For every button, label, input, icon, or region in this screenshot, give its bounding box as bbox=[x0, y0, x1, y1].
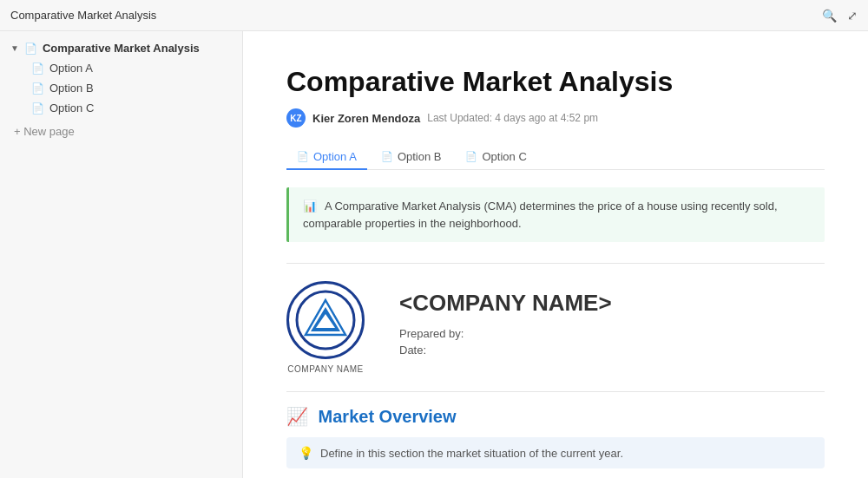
top-bar-actions: 🔍 ⤢ bbox=[822, 9, 858, 23]
logo-svg bbox=[295, 290, 356, 350]
company-section: COMPANY NAME <COMPANY NAME> Prepared by:… bbox=[286, 281, 825, 374]
info-text: A Comparative Market Analysis (CMA) dete… bbox=[303, 200, 778, 230]
sidebar-root-label: Comparative Market Analysis bbox=[43, 42, 200, 55]
company-logo bbox=[286, 281, 365, 359]
company-info: <COMPANY NAME> Prepared by: Date: bbox=[399, 281, 825, 357]
bulb-icon: 💡 bbox=[299, 446, 313, 460]
market-overview-title: 📈 Market Overview bbox=[286, 406, 825, 427]
tab-label-c: Option C bbox=[482, 150, 526, 163]
hint-text: Define in this section the market situat… bbox=[320, 447, 623, 460]
meta-row: KZ Kier Zoren Mendoza Last Updated: 4 da… bbox=[286, 108, 825, 128]
date-field: Date: bbox=[399, 344, 825, 357]
tab-page-icon-b: 📄 bbox=[381, 151, 393, 162]
last-updated: Last Updated: 4 days ago at 4:52 pm bbox=[427, 112, 598, 124]
main-layout: ▼ 📄 Comparative Market Analysis 📄 Option… bbox=[0, 31, 868, 478]
page-title: Comparative Market Analysis bbox=[286, 66, 825, 98]
search-icon[interactable]: 🔍 bbox=[822, 9, 837, 23]
tab-label-b: Option B bbox=[398, 150, 442, 163]
divider-2 bbox=[286, 391, 825, 392]
company-logo-label: COMPANY NAME bbox=[287, 364, 363, 374]
top-bar-title: Comparative Market Analysis bbox=[10, 9, 156, 22]
market-icon: 📈 bbox=[286, 407, 308, 426]
new-page-label: + New page bbox=[14, 125, 75, 138]
expand-icon[interactable]: ⤢ bbox=[847, 9, 858, 23]
tab-option-c[interactable]: 📄 Option C bbox=[455, 145, 536, 170]
sidebar-root-item[interactable]: ▼ 📄 Comparative Market Analysis bbox=[0, 38, 242, 58]
author-name: Kier Zoren Mendoza bbox=[312, 112, 420, 125]
page-icon-a: 📄 bbox=[31, 62, 44, 75]
tab-option-a[interactable]: 📄 Option A bbox=[286, 145, 367, 170]
sidebar-item-option-b[interactable]: 📄 Option B bbox=[0, 78, 242, 98]
tab-page-icon-c: 📄 bbox=[465, 151, 477, 162]
sidebar-item-option-c[interactable]: 📄 Option C bbox=[0, 98, 242, 118]
company-name-title: <COMPANY NAME> bbox=[399, 290, 825, 317]
tab-option-b[interactable]: 📄 Option B bbox=[371, 145, 452, 170]
sidebar-item-option-a[interactable]: 📄 Option A bbox=[0, 58, 242, 78]
info-box: 📊 A Comparative Market Analysis (CMA) de… bbox=[286, 187, 825, 242]
hint-box: 💡 Define in this section the market situ… bbox=[286, 437, 825, 468]
avatar: KZ bbox=[286, 108, 306, 128]
prepared-by: Prepared by: bbox=[399, 327, 825, 340]
sidebar-item-label: Option A bbox=[49, 62, 93, 75]
page-icon-b: 📄 bbox=[31, 82, 44, 95]
content-area: Comparative Market Analysis KZ Kier Zore… bbox=[243, 31, 868, 478]
sidebar-item-label: Option B bbox=[49, 82, 94, 95]
page-icon-c: 📄 bbox=[31, 102, 44, 115]
tab-label-a: Option A bbox=[313, 150, 357, 163]
tab-page-icon-a: 📄 bbox=[297, 151, 309, 162]
new-page-button[interactable]: + New page bbox=[0, 121, 242, 141]
top-bar: Comparative Market Analysis 🔍 ⤢ bbox=[0, 0, 868, 31]
chevron-down-icon: ▼ bbox=[10, 43, 19, 53]
divider-1 bbox=[286, 263, 825, 264]
sidebar: ▼ 📄 Comparative Market Analysis 📄 Option… bbox=[0, 31, 243, 478]
root-page-icon: 📄 bbox=[24, 43, 37, 55]
tabs-row: 📄 Option A 📄 Option B 📄 Option C bbox=[286, 145, 825, 170]
company-logo-area: COMPANY NAME bbox=[286, 281, 365, 374]
chart-icon: 📊 bbox=[303, 200, 317, 213]
market-overview-section: 📈 Market Overview 💡 Define in this secti… bbox=[286, 406, 825, 478]
sidebar-item-label: Option C bbox=[49, 101, 94, 115]
